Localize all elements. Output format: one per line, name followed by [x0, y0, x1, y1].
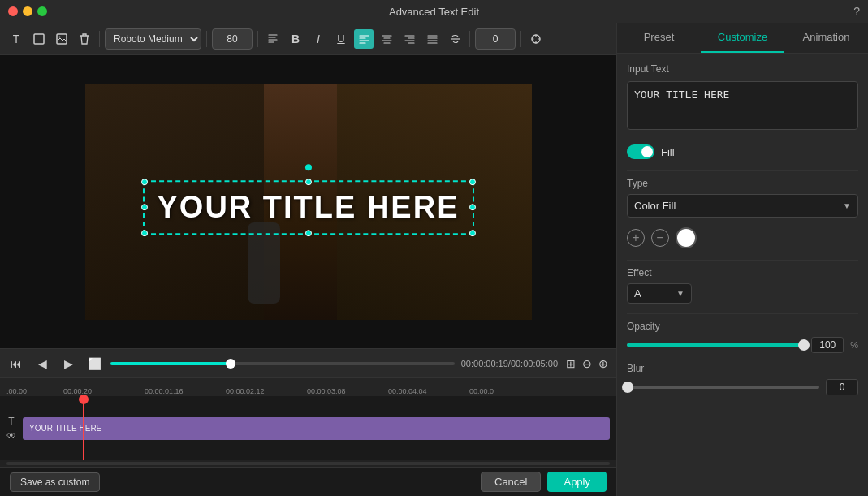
skip-back-btn[interactable]: ⏮	[6, 354, 26, 373]
traffic-lights	[8, 6, 47, 16]
apply-button[interactable]: Apply	[547, 472, 607, 492]
toolbar: T Roboto Medium B I U	[0, 23, 616, 55]
handle-top-middle[interactable]	[305, 179, 312, 185]
transform-btn[interactable]	[526, 29, 546, 49]
handle-middle-right[interactable]	[469, 204, 476, 210]
divider-fill	[627, 170, 858, 171]
close-button[interactable]	[8, 6, 18, 16]
opacity-row: Opacity 100 %	[627, 321, 858, 353]
input-text-label: Input Text	[627, 63, 858, 75]
align-center-btn[interactable]	[377, 29, 396, 49]
chevron-down-icon: ▼	[843, 201, 851, 210]
divider-2	[206, 31, 207, 47]
progress-track[interactable]	[110, 362, 455, 365]
align-distributed-btn[interactable]	[263, 29, 283, 49]
ruler-mark-3: 00:00:02:12	[226, 387, 265, 395]
play-prev-btn[interactable]: ◀	[32, 354, 52, 373]
fit-view-btn[interactable]: ⊞	[564, 356, 577, 372]
help-icon[interactable]: ?	[853, 5, 860, 18]
view-controls: ⊞ ⊖ ⊕	[564, 356, 610, 372]
tab-customize[interactable]: Customize	[701, 23, 784, 53]
blur-row: Blur 0	[627, 363, 858, 395]
window-title: Advanced Text Edit	[389, 6, 479, 18]
color-remove-button[interactable]: −	[651, 229, 669, 247]
input-text-area[interactable]: YOUR TITLE HERE	[627, 81, 858, 130]
svg-rect-0	[34, 34, 44, 44]
cancel-button[interactable]: Cancel	[481, 472, 541, 492]
effect-chevron-icon: ▼	[676, 289, 684, 298]
opacity-label: Opacity	[627, 321, 858, 332]
font-size-input[interactable]	[212, 28, 253, 50]
opacity-thumb[interactable]	[798, 339, 810, 351]
blur-track[interactable]	[627, 386, 819, 389]
italic-btn[interactable]: I	[309, 29, 328, 49]
bold-btn[interactable]: B	[286, 29, 305, 49]
align-right-btn[interactable]	[399, 29, 419, 49]
delete-tool-icon[interactable]	[75, 29, 94, 49]
opacity-track[interactable]	[627, 343, 805, 347]
text-tool-icon[interactable]: T	[6, 29, 26, 49]
ruler-mark-6: 00:00:0	[469, 387, 494, 395]
divider-5	[520, 31, 521, 47]
handle-bottom-middle[interactable]	[305, 230, 312, 236]
handle-top-right[interactable]	[469, 179, 476, 185]
blur-label: Blur	[627, 363, 858, 374]
align-left-btn[interactable]	[354, 29, 374, 49]
strikethrough-btn[interactable]	[445, 29, 464, 49]
ruler-mark-4: 00:00:03:08	[307, 387, 346, 395]
zoom-out-btn[interactable]: ⊖	[581, 356, 594, 372]
scrollbar-track[interactable]	[6, 462, 610, 465]
maximize-button[interactable]	[37, 6, 47, 16]
text-overlay[interactable]: YOUR TITLE HERE	[142, 180, 473, 235]
handle-top-left[interactable]	[140, 179, 147, 185]
effect-select-value: A	[634, 287, 641, 300]
blur-thumb[interactable]	[622, 382, 633, 393]
time-display: 00:00:00:19/00:00:05:00	[461, 359, 558, 369]
progress-fill	[110, 362, 231, 365]
color-swatch[interactable]	[676, 227, 697, 248]
blur-slider-control: 0	[627, 379, 858, 395]
fill-toggle[interactable]	[627, 144, 654, 159]
timeline-ruler: :00:00 00:00:20 00:00:01:16 00:00:02:12 …	[0, 378, 616, 396]
toggle-thumb	[641, 146, 653, 157]
handle-bottom-right[interactable]	[469, 230, 476, 236]
right-panel: Preset Customize Animation Input Text YO…	[616, 23, 868, 496]
underline-btn[interactable]: U	[331, 29, 351, 49]
type-select[interactable]: Color Fill ▼	[627, 194, 858, 218]
type-label: Type	[627, 178, 858, 189]
timeline-controls: T 👁	[6, 416, 16, 442]
divider-color	[627, 260, 858, 261]
handle-middle-left[interactable]	[140, 204, 147, 210]
video-frame: YOUR TITLE HERE	[85, 84, 532, 320]
full-view-btn[interactable]: ⬜	[84, 354, 104, 373]
progress-thumb[interactable]	[226, 359, 235, 369]
rotation-input[interactable]	[475, 28, 516, 50]
font-family-select[interactable]: Roboto Medium	[105, 28, 201, 50]
frame-tool-icon[interactable]	[29, 29, 49, 49]
opacity-value[interactable]: 100	[811, 337, 844, 353]
playhead[interactable]	[83, 396, 84, 460]
bottom-bar: Save as custom Cancel Apply	[0, 467, 616, 496]
title-bar: Advanced Text Edit ?	[0, 0, 868, 23]
tab-animation[interactable]: Animation	[784, 23, 868, 53]
color-add-button[interactable]: +	[627, 229, 645, 247]
minimize-button[interactable]	[23, 6, 32, 16]
save-custom-button[interactable]: Save as custom	[10, 472, 100, 492]
handle-bottom-left[interactable]	[140, 230, 147, 236]
playhead-marker	[79, 395, 89, 404]
timeline-track[interactable]: YOUR TITLE HERE	[23, 417, 610, 440]
left-panel: T Roboto Medium B I U	[0, 23, 616, 496]
player-controls: ⏮ ◀ ▶ ⬜ 00:00:00:19/00:00:05:00 ⊞ ⊖ ⊕	[0, 348, 616, 377]
tab-preset[interactable]: Preset	[617, 23, 701, 53]
overlay-text: YOUR TITLE HERE	[157, 190, 459, 225]
effect-select[interactable]: A ▼	[627, 283, 692, 304]
rotate-handle[interactable]	[305, 164, 312, 170]
blur-value[interactable]: 0	[826, 379, 858, 395]
timeline-visibility-btn[interactable]: 👁	[6, 430, 16, 442]
timeline-text-btn[interactable]: T	[6, 416, 16, 427]
image-tool-icon[interactable]	[52, 29, 71, 49]
panel-content: Input Text YOUR TITLE HERE Fill Type Col…	[617, 54, 868, 496]
play-btn[interactable]: ▶	[58, 354, 78, 373]
zoom-in-btn[interactable]: ⊕	[597, 356, 610, 372]
align-justify-btn[interactable]	[422, 29, 442, 49]
